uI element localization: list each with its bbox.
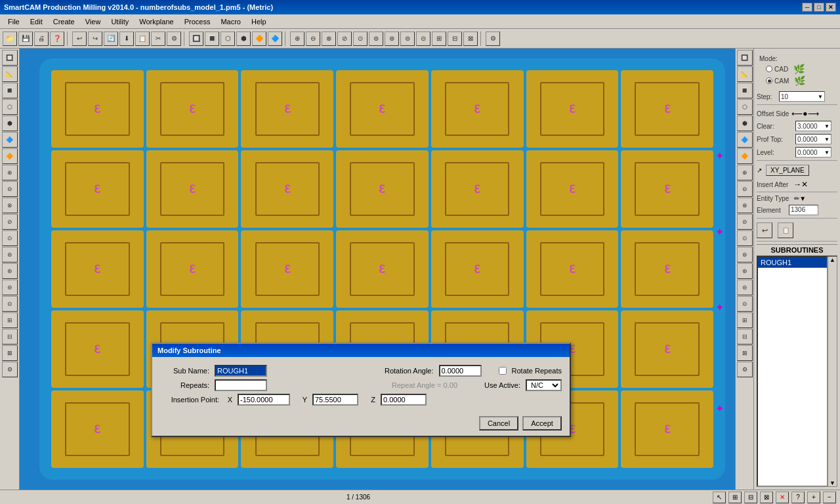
toolbar-btn-19[interactable]: ⊖ bbox=[306, 32, 320, 46]
right-icon-13[interactable]: ⊚ bbox=[737, 247, 753, 262]
side-icon-6[interactable]: 🔷 bbox=[2, 132, 18, 148]
clear-dropdown-arrow[interactable]: ▼ bbox=[824, 123, 830, 129]
side-icon-15[interactable]: ⊜ bbox=[2, 280, 18, 295]
right-icon-10[interactable]: ⊗ bbox=[737, 198, 753, 213]
level-dropdown-arrow[interactable]: ▼ bbox=[824, 150, 830, 156]
side-icon-1[interactable]: 🔲 bbox=[2, 50, 18, 66]
status-grid-btn[interactable]: ⊞ bbox=[728, 492, 742, 503]
menu-help[interactable]: Help bbox=[246, 16, 272, 27]
side-icon-7[interactable]: 🔶 bbox=[2, 148, 18, 164]
toolbar-btn-8[interactable]: ⬇ bbox=[119, 32, 134, 46]
right-icon-5[interactable]: ⬢ bbox=[737, 116, 753, 131]
menu-create[interactable]: Create bbox=[48, 16, 80, 27]
toolbar-btn-6[interactable]: ↪ bbox=[88, 32, 102, 46]
level-value[interactable]: 0.0000 bbox=[797, 149, 818, 156]
rotate-repeats-checkbox[interactable] bbox=[499, 367, 507, 375]
element-action-2[interactable]: 📋 bbox=[778, 222, 793, 238]
right-icon-1[interactable]: 🔲 bbox=[737, 50, 753, 66]
repeats-input[interactable] bbox=[215, 379, 267, 391]
status-help-btn[interactable]: ? bbox=[791, 492, 805, 503]
sub-name-input[interactable] bbox=[215, 365, 267, 377]
toolbar-btn-10[interactable]: ✂ bbox=[151, 32, 165, 46]
toolbar-btn-12[interactable]: 🔲 bbox=[189, 32, 203, 46]
menu-process[interactable]: Process bbox=[179, 16, 216, 27]
entity-type-icons[interactable]: ✏▼ bbox=[794, 195, 806, 202]
toolbar-btn-26[interactable]: ⊝ bbox=[416, 32, 430, 46]
cancel-button[interactable]: Cancel bbox=[479, 416, 518, 430]
side-icon-19[interactable]: ⊠ bbox=[2, 345, 18, 361]
xy-plane-button[interactable]: XY_PLANE bbox=[766, 165, 809, 176]
right-icon-6[interactable]: 🔷 bbox=[737, 132, 753, 148]
side-icon-10[interactable]: ⊗ bbox=[2, 198, 18, 213]
z-input[interactable] bbox=[381, 394, 427, 406]
toolbar-btn-28[interactable]: ⊟ bbox=[448, 32, 462, 46]
menu-workplane[interactable]: Workplane bbox=[134, 16, 178, 27]
x-input[interactable] bbox=[238, 394, 290, 406]
toolbar-btn-30[interactable]: ⚙ bbox=[486, 32, 500, 46]
right-icon-19[interactable]: ⊠ bbox=[737, 345, 753, 361]
side-icon-9[interactable]: ⊖ bbox=[2, 181, 18, 197]
status-cursor-btn[interactable]: ↖ bbox=[713, 492, 726, 503]
side-icon-17[interactable]: ⊞ bbox=[2, 312, 18, 328]
prof-top-value[interactable]: 0.0000 bbox=[797, 136, 818, 143]
side-icon-8[interactable]: ⊕ bbox=[2, 165, 18, 180]
status-mode-btn[interactable]: ⊠ bbox=[760, 492, 773, 503]
accept-button[interactable]: Accept bbox=[522, 416, 562, 430]
status-minus-btn[interactable]: − bbox=[823, 492, 836, 503]
right-icon-14[interactable]: ⊛ bbox=[737, 263, 753, 279]
toolbar-btn-22[interactable]: ⊙ bbox=[353, 32, 368, 46]
toolbar-btn-18[interactable]: ⊕ bbox=[290, 32, 304, 46]
menu-macro[interactable]: Macro bbox=[215, 16, 246, 27]
right-icon-18[interactable]: ⊟ bbox=[737, 329, 753, 345]
side-icon-16[interactable]: ⊝ bbox=[2, 296, 18, 312]
menu-edit[interactable]: Edit bbox=[25, 16, 48, 27]
right-icon-12[interactable]: ⊙ bbox=[737, 230, 753, 246]
rotation-angle-input[interactable] bbox=[439, 365, 482, 377]
right-icon-2[interactable]: 📐 bbox=[737, 66, 753, 82]
toolbar-btn-2[interactable]: 💾 bbox=[18, 32, 33, 46]
toolbar-btn-23[interactable]: ⊚ bbox=[369, 32, 383, 46]
toolbar-btn-21[interactable]: ⊘ bbox=[337, 32, 352, 46]
side-icon-4[interactable]: ⬡ bbox=[2, 99, 18, 115]
right-icon-17[interactable]: ⊞ bbox=[737, 312, 753, 328]
status-snap-btn[interactable]: ⊟ bbox=[744, 492, 757, 503]
side-icon-11[interactable]: ⊘ bbox=[2, 214, 18, 230]
element-action-1[interactable]: ↩ bbox=[757, 222, 772, 238]
status-x-btn[interactable]: ✕ bbox=[776, 492, 789, 503]
close-button[interactable]: ✕ bbox=[826, 3, 836, 12]
toolbar-btn-16[interactable]: 🔶 bbox=[252, 32, 266, 46]
toolbar-btn-9[interactable]: 📋 bbox=[135, 32, 150, 46]
toolbar-btn-1[interactable]: 📁 bbox=[3, 32, 17, 46]
toolbar-btn-17[interactable]: 🔷 bbox=[268, 32, 282, 46]
cad-radio[interactable] bbox=[766, 66, 772, 72]
use-active-select[interactable]: N/C bbox=[526, 379, 562, 391]
menu-view[interactable]: View bbox=[80, 16, 106, 27]
prof-top-dropdown-arrow[interactable]: ▼ bbox=[824, 136, 830, 142]
right-icon-8[interactable]: ⊕ bbox=[737, 165, 753, 180]
toolbar-btn-13[interactable]: 🔳 bbox=[205, 32, 219, 46]
subroutines-scrollbar[interactable]: ▲ ▼ bbox=[828, 257, 837, 486]
toolbar-btn-20[interactable]: ⊗ bbox=[322, 32, 336, 46]
toolbar-btn-3[interactable]: 🖨 bbox=[34, 32, 49, 46]
menu-file[interactable]: File bbox=[3, 16, 25, 27]
right-icon-9[interactable]: ⊖ bbox=[737, 181, 753, 197]
step-value[interactable]: 10 bbox=[781, 93, 788, 100]
side-icon-13[interactable]: ⊚ bbox=[2, 247, 18, 262]
side-icon-18[interactable]: ⊟ bbox=[2, 329, 18, 345]
right-icon-4[interactable]: ⬡ bbox=[737, 99, 753, 115]
scroll-up[interactable]: ▲ bbox=[830, 257, 835, 263]
minimize-button[interactable]: ─ bbox=[802, 3, 812, 12]
right-icon-15[interactable]: ⊜ bbox=[737, 280, 753, 295]
toolbar-btn-29[interactable]: ⊠ bbox=[463, 32, 478, 46]
side-icon-14[interactable]: ⊛ bbox=[2, 263, 18, 279]
maximize-button[interactable]: □ bbox=[814, 3, 824, 12]
subroutine-item-rough1[interactable]: ROUGH1 bbox=[758, 257, 827, 268]
side-icon-20[interactable]: ⚙ bbox=[2, 362, 18, 377]
y-input[interactable] bbox=[312, 394, 358, 406]
insert-after-icon[interactable]: →✕ bbox=[793, 180, 808, 189]
right-icon-20[interactable]: ⚙ bbox=[737, 362, 753, 377]
cam-radio[interactable] bbox=[766, 77, 772, 84]
toolbar-btn-27[interactable]: ⊞ bbox=[432, 32, 446, 46]
clear-value[interactable]: 3.0000 bbox=[797, 123, 818, 130]
right-icon-7[interactable]: 🔶 bbox=[737, 148, 753, 164]
